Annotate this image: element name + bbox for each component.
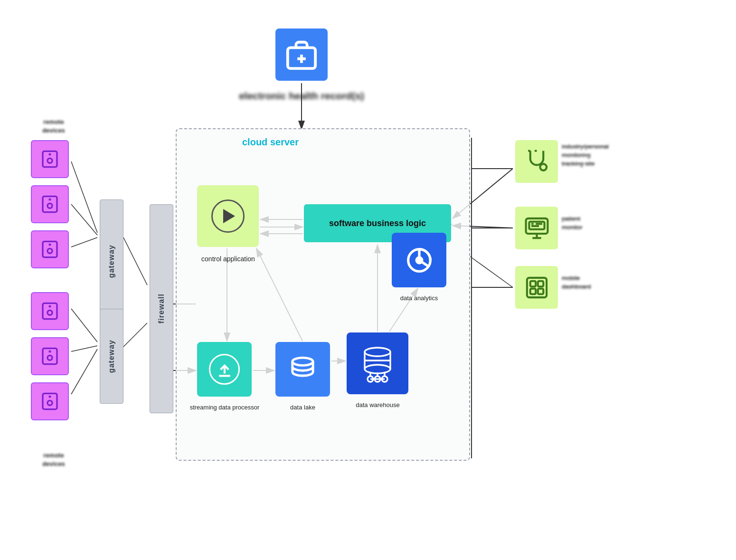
- svg-line-22: [71, 161, 97, 233]
- data-warehouse-label: data warehouse: [341, 400, 415, 410]
- play-circle-icon: [211, 199, 245, 233]
- svg-line-16: [470, 256, 513, 287]
- svg-point-54: [293, 358, 313, 365]
- svg-line-26: [71, 346, 97, 351]
- device-6: [31, 382, 69, 420]
- device-1: [31, 140, 69, 178]
- device-5: [31, 337, 69, 375]
- remote-devices-bottom-label: remotedevices: [23, 451, 85, 468]
- svg-point-69: [416, 257, 422, 263]
- remote-devices-top-label: remotedevices: [23, 118, 85, 135]
- svg-point-45: [47, 310, 52, 315]
- data-warehouse-box: [347, 332, 408, 394]
- play-triangle-icon: [223, 209, 235, 223]
- svg-point-58: [365, 365, 390, 373]
- svg-rect-80: [538, 281, 543, 286]
- diagram-container: electronic health record(s) remotedevice…: [0, 0, 736, 560]
- streaming-label: streaming data processor: [189, 403, 260, 412]
- upload-icon: [209, 354, 240, 385]
- svg-line-24: [71, 237, 97, 247]
- svg-point-51: [47, 400, 52, 405]
- top-title: electronic health record(s): [199, 90, 404, 102]
- right-icon-dashboard: [515, 266, 558, 309]
- svg-point-36: [47, 158, 52, 163]
- right-icon-monitor: [515, 207, 558, 249]
- device-3: [31, 230, 69, 268]
- gateway-bottom-label: gateway: [107, 340, 116, 373]
- right-monitor-label: patientmonitor: [562, 215, 633, 232]
- gateway-top: gateway: [100, 199, 123, 323]
- svg-line-23: [71, 204, 97, 235]
- control-app-box: [197, 185, 259, 247]
- svg-line-28: [123, 237, 147, 285]
- svg-point-55: [365, 348, 390, 356]
- device-4: [31, 292, 69, 330]
- svg-line-27: [71, 349, 97, 394]
- svg-rect-79: [530, 281, 535, 286]
- gateway-bottom: gateway: [100, 309, 123, 404]
- streaming-processor-box: [197, 342, 252, 397]
- svg-point-70: [540, 164, 547, 171]
- svg-point-39: [47, 203, 52, 208]
- svg-rect-81: [530, 288, 535, 294]
- svg-rect-82: [538, 288, 543, 294]
- cloud-server-label: cloud server: [242, 137, 299, 148]
- firewall: firewall: [150, 204, 173, 413]
- data-lake-box: [275, 342, 330, 397]
- software-logic-label: software business logic: [327, 216, 428, 231]
- firewall-label: firewall: [157, 294, 166, 323]
- device-2: [31, 185, 69, 223]
- svg-line-29: [123, 323, 147, 347]
- svg-point-42: [47, 248, 52, 253]
- right-dashboard-label: mobiledashboard: [562, 274, 633, 291]
- data-lake-label: data lake: [271, 403, 335, 412]
- gateway-top-label: gateway: [107, 245, 116, 278]
- svg-point-48: [47, 355, 52, 360]
- svg-line-25: [71, 309, 97, 342]
- medical-kit-icon: [275, 28, 328, 81]
- data-analytics-label: data analytics: [382, 294, 456, 303]
- control-app-label: control application: [194, 254, 263, 264]
- right-stethoscope-label: industry/personalmonitoringtracking site: [562, 142, 647, 169]
- data-analytics-box: [392, 233, 446, 287]
- right-icon-stethoscope: [515, 140, 558, 183]
